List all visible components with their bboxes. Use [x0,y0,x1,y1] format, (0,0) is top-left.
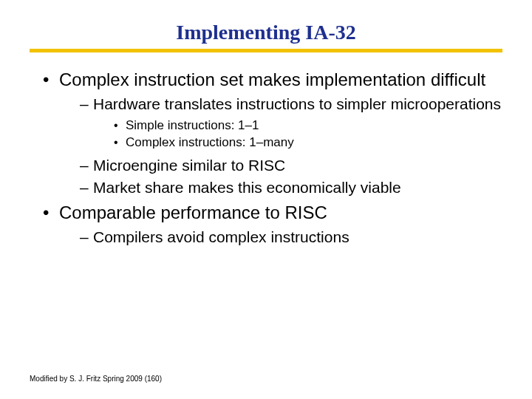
bullet-item: Complex instruction set makes implementa… [43,69,502,197]
bullet-text: Hardware translates instructions to simp… [93,95,501,112]
bullet-item: Market share makes this economically via… [80,178,502,197]
bullet-item: Compilers avoid complex instructions [80,228,502,247]
bullet-text: Comparable performance to RISC [59,202,327,222]
bullet-item: Comparable performance to RISC Compilers… [43,202,502,248]
bullet-item: Simple instructions: 1–1 [114,117,502,134]
bullet-text: Complex instructions: 1–many [126,135,294,149]
bullet-list-level2: Hardware translates instructions to simp… [59,95,502,197]
bullet-text: Compilers avoid complex instructions [93,228,349,245]
bullet-list-level3: Simple instructions: 1–1 Complex instruc… [93,117,502,152]
slide: Implementing IA-32 Complex instruction s… [0,0,532,399]
footer-text: Modified by S. J. Fritz Spring 2009 (160… [30,375,162,383]
bullet-text: Market share makes this economically via… [93,179,401,196]
bullet-text: Simple instructions: 1–1 [126,118,259,132]
bullet-list-level2: Compilers avoid complex instructions [59,228,502,247]
bullet-item: Hardware translates instructions to simp… [80,95,502,151]
title-underline [30,49,502,52]
bullet-text: Microengine similar to RISC [93,157,285,174]
bullet-list-level1: Complex instruction set makes implementa… [30,69,502,247]
bullet-item: Microengine similar to RISC [80,156,502,175]
slide-title: Implementing IA-32 [30,21,502,44]
bullet-item: Complex instructions: 1–many [114,134,502,151]
bullet-text: Complex instruction set makes implementa… [59,69,485,89]
